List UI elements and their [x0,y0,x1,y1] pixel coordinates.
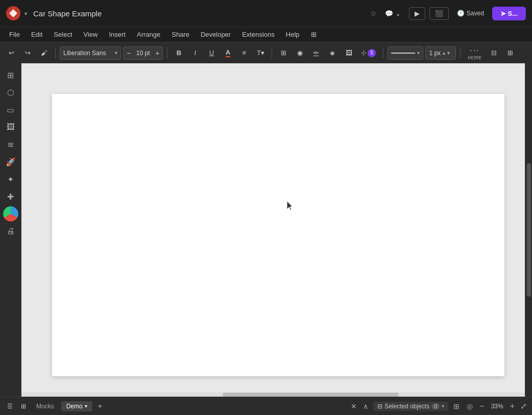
menu-share[interactable]: Share [166,30,195,39]
menu-file[interactable]: File [4,30,25,39]
sidebar-globe-icon[interactable] [3,206,18,222]
present-button[interactable]: ▶ [409,7,425,20]
app-dropdown-arrow[interactable]: ▾ [25,11,27,16]
screen-share-button[interactable]: ⬛ [429,7,449,20]
underline-button[interactable]: U [204,46,219,60]
undo-button[interactable]: ↩ [4,46,18,60]
save-icon: 🕐 [457,10,465,17]
bold-button[interactable]: B [172,46,186,60]
present-icon: ▶ [415,10,420,17]
sidebar-containers-icon[interactable]: ▭ [3,102,18,117]
zoom-out-button[interactable]: − [478,402,486,411]
gradient-icon: ◈ [330,49,335,57]
text-color-button[interactable]: A [221,46,235,60]
toolbar-separator-4 [383,47,383,59]
sidebar-components-icon[interactable]: 🚀 [3,154,18,169]
canvas-area[interactable] [21,63,525,397]
sidebar-plugins-icon[interactable]: ✚ [3,189,18,204]
selected-objects-dropdown[interactable]: ▾ [442,403,444,409]
zoom-level: 33% [488,403,506,410]
sidebar-print-icon[interactable]: 🖨 [3,224,18,239]
add-tab-icon: + [98,402,102,411]
fill-color-button[interactable]: ◉ [293,46,307,60]
document-title: Car Shape Example [33,9,364,18]
snap-button[interactable]: ⊹ 5 [358,46,379,60]
save-status[interactable]: 🕐 Saved [453,8,488,19]
add-shape-button[interactable]: ⊞ [276,46,291,60]
italic-button[interactable]: I [188,46,202,60]
search-button[interactable]: ◎ [465,401,475,411]
image-button[interactable]: 🖼 [342,46,356,60]
panel-toggle-button[interactable]: ⊟ [487,46,501,60]
bottom-grid-icon: ⊞ [21,403,26,410]
tab-demo[interactable]: Demo ▾ [61,401,92,411]
menu-apps[interactable]: ⊞ [306,30,322,39]
sidebar-shapes-icon[interactable]: ⬡ [3,85,18,100]
line-style-dropdown: ▾ [417,50,420,56]
favorite-star-icon[interactable]: ☆ [370,9,377,17]
menu-arrange[interactable]: Arrange [132,30,165,39]
panel-icon: ⊟ [491,49,497,57]
toolbar-separator-2 [167,47,167,59]
horizontal-scrollbar-track[interactable] [21,393,525,397]
canvas-page[interactable] [52,94,504,376]
line-width-control[interactable]: 1 px ▲▼ [425,46,456,60]
sidebar-data-icon[interactable]: ≋ [3,137,18,152]
sidebar-effects-icon[interactable]: ✦ [3,172,18,187]
bottom-menu-button[interactable]: ☰ [4,401,16,411]
fullscreen-button[interactable]: ⤢ [519,400,528,412]
selected-objects-panel[interactable]: ⊟ Selected objects 0 ▾ [373,402,448,411]
font-size-value: 10 pt [134,50,152,57]
menu-extensions[interactable]: Extensions [237,30,280,39]
menu-help[interactable]: Help [281,30,305,39]
share-button[interactable]: ➤ S... [492,7,526,20]
font-name-label: Liberation Sans [63,50,113,57]
line-color-button[interactable]: ✏ [309,46,323,60]
toolbar: ↩ ↪ 🖌 Liberation Sans ▾ − 10 pt + B I U … [0,42,532,63]
more-dots-icon: ··· [470,46,479,55]
font-selector[interactable]: Liberation Sans ▾ [60,46,121,60]
tab-demo-dropdown[interactable]: ▾ [85,403,87,409]
sidebar-frames-icon[interactable]: ⊞ [3,67,18,83]
svg-marker-0 [9,9,17,17]
bottom-grid-button[interactable]: ⊞ [18,401,29,411]
tab-mocks[interactable]: Mocks [31,401,59,411]
font-size-control: − 10 pt + [123,46,163,60]
menu-edit[interactable]: Edit [26,30,47,39]
vertical-scrollbar-thumb[interactable] [527,163,531,297]
expand-status-button[interactable]: ∧ [361,401,370,411]
menu-select[interactable]: Select [49,30,77,39]
selected-objects-label: Selected objects [384,403,429,410]
font-size-increase[interactable]: + [152,46,162,60]
layers-button[interactable]: ⊞ [451,401,462,411]
zoom-in-button[interactable]: + [509,402,516,411]
tab-demo-label: Demo [66,403,83,410]
menu-developer[interactable]: Developer [196,30,236,39]
cursor [287,201,294,213]
close-status-button[interactable]: ✕ [349,401,359,411]
menu-insert[interactable]: Insert [104,30,131,39]
titlebar: ▾ Car Shape Example ☆ 💬 ⌄ ▶ ⬛ 🕐 Saved ➤ … [0,0,532,27]
paint-format-button[interactable]: 🖌 [37,46,51,60]
share-label: S... [507,10,518,17]
sidebar-images-icon[interactable]: 🖼 [3,119,18,135]
horizontal-scrollbar-thumb[interactable] [223,393,399,397]
undo-icon: ↩ [9,49,14,57]
add-tab-button[interactable]: + [94,401,106,412]
text-format-button[interactable]: T▾ [253,46,268,60]
text-align-button[interactable]: ≡ [237,46,251,60]
font-size-decrease[interactable]: − [124,46,134,60]
app-logo[interactable] [6,6,20,20]
gradient-button[interactable]: ◈ [325,46,340,60]
status-cluster: ✕ ∧ [349,401,370,411]
more-button[interactable]: ··· MORE [465,44,485,62]
image-icon: 🖼 [346,49,352,57]
toolbar-separator-1 [55,47,56,59]
bottombar: ☰ ⊞ Mocks Demo ▾ + ✕ ∧ ⊟ Selected object… [0,397,532,415]
menu-view[interactable]: View [79,30,103,39]
selected-objects-icon: ⊟ [377,403,382,410]
line-style-control[interactable]: ▾ [388,46,423,60]
redo-button[interactable]: ↪ [20,46,35,60]
grid-panel-button[interactable]: ⊞ [503,46,517,60]
comment-button[interactable]: 💬 ⌄ [381,8,405,19]
